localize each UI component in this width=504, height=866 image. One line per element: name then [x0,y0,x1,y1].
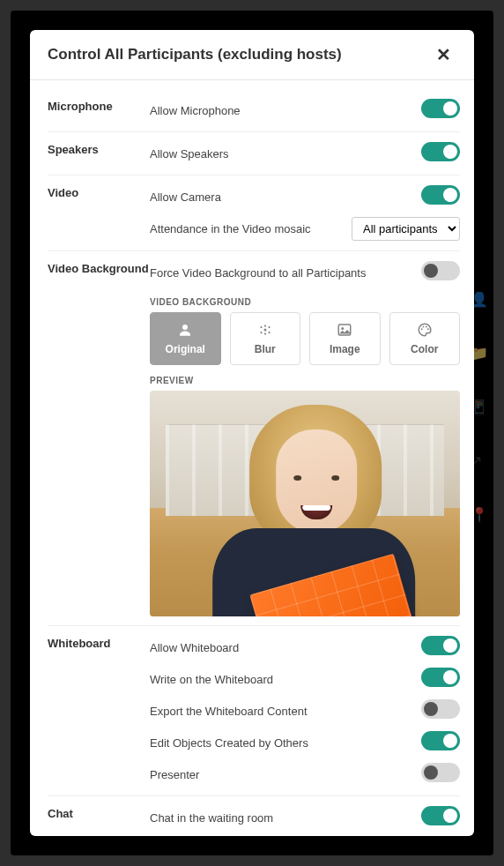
svg-point-7 [263,329,266,332]
allow-whiteboard-toggle[interactable] [421,636,460,655]
video-bg-color[interactable]: Color [389,312,461,365]
section-microphone: Microphone Allow Microphone [48,89,460,132]
section-whiteboard: Whiteboard Allow Whiteboard Write on the… [48,626,460,796]
edit-others-whiteboard-label: Edit Objects Created by Others [150,736,421,750]
allow-microphone-toggle[interactable] [421,99,460,118]
svg-point-5 [264,332,266,334]
presenter-whiteboard-label: Presenter [150,768,421,781]
section-video-background: Video Background Force Video Background … [48,251,460,626]
svg-point-2 [264,325,266,326]
video-bg-blur[interactable]: Blur [230,312,301,365]
allow-whiteboard-label: Allow Whiteboard [150,641,421,654]
svg-point-12 [426,326,427,328]
allow-speakers-label: Allow Speakers [150,147,421,161]
video-bg-original-label: Original [166,343,205,355]
video-bg-color-label: Color [411,343,438,355]
allow-camera-label: Allow Camera [150,190,421,204]
export-whiteboard-toggle[interactable] [421,699,460,719]
section-chat: Chat Chat in the waiting room Allow chat… [48,796,460,836]
attendance-mosaic-select[interactable]: All participants [352,217,460,241]
modal-body[interactable]: Microphone Allow Microphone Speakers All… [30,80,474,836]
close-button[interactable]: ✕ [431,44,456,65]
attendance-mosaic-label: Attendance in the Video mosaic [150,222,352,235]
section-speakers: Speakers Allow Speakers [48,132,460,175]
modal-header: Control All Participants (excluding host… [30,30,474,80]
video-background-heading: VIDEO BACKGROUND [150,297,460,307]
export-whiteboard-label: Export the Whiteboard Content [150,705,421,718]
svg-point-11 [422,326,424,328]
section-label-microphone: Microphone [48,94,150,113]
svg-point-4 [260,332,262,333]
video-bg-image-label: Image [330,343,360,355]
person-icon [177,322,193,338]
section-video: Video Allow Camera Attendance in the Vid… [48,175,460,251]
force-video-bg-toggle[interactable] [421,261,460,280]
palette-icon [417,322,433,338]
blur-icon [257,322,273,338]
preview-heading: PREVIEW [150,376,460,385]
image-icon [337,322,352,338]
modal-title: Control All Participants (excluding host… [48,46,342,63]
force-video-bg-label: Force Video Background to all Participan… [150,266,421,280]
edit-others-whiteboard-toggle[interactable] [421,731,460,750]
svg-point-10 [420,328,422,330]
section-label-whiteboard: Whiteboard [48,631,150,650]
svg-point-3 [268,326,270,328]
section-label-video-background: Video Background [48,257,150,275]
video-bg-image[interactable]: Image [309,312,381,365]
section-label-speakers: Speakers [48,138,150,156]
allow-camera-toggle[interactable] [421,185,460,205]
video-bg-blur-label: Blur [255,343,276,355]
svg-point-0 [182,325,188,330]
section-label-video: Video [48,181,150,199]
svg-point-9 [342,327,345,330]
allow-microphone-label: Allow Microphone [150,104,421,117]
chat-waiting-label: Chat in the waiting room [150,811,421,825]
write-whiteboard-label: Write on the Whiteboard [150,673,421,686]
section-label-chat: Chat [48,802,150,820]
allow-speakers-toggle[interactable] [421,142,460,161]
video-bg-preview [150,391,460,616]
presenter-whiteboard-toggle[interactable] [421,763,460,782]
write-whiteboard-toggle[interactable] [421,668,460,687]
control-participants-modal: Control All Participants (excluding host… [30,30,474,836]
video-bg-original[interactable]: Original [150,312,221,365]
svg-point-6 [268,332,270,333]
svg-point-1 [260,326,262,328]
video-bg-options: Original Blur Image Color [150,312,460,365]
chat-waiting-toggle[interactable] [421,806,460,825]
svg-point-13 [427,328,429,330]
